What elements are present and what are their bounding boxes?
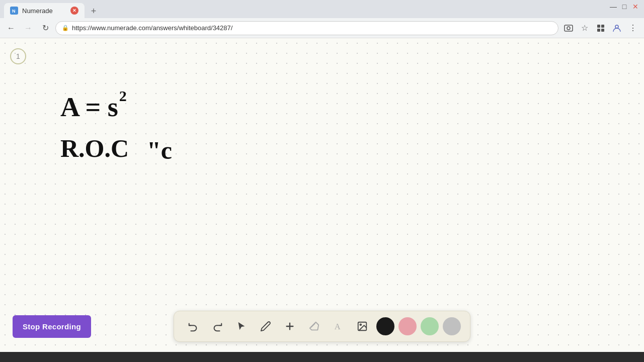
formula-line-2: R.O.C "c xyxy=(60,136,172,165)
back-button[interactable]: ← xyxy=(4,21,18,35)
lock-icon: 🔒 xyxy=(62,25,69,31)
maximize-button[interactable]: □ xyxy=(620,2,629,11)
whiteboard-area[interactable]: 1 A = s 2 R.O.C "c Stop Recording xyxy=(0,38,644,352)
undo-icon xyxy=(188,321,199,332)
forward-button[interactable]: → xyxy=(21,21,35,35)
color-black-button[interactable] xyxy=(376,317,394,335)
svg-rect-6 xyxy=(597,29,600,32)
new-tab-button[interactable]: + xyxy=(87,4,101,18)
color-pink-button[interactable] xyxy=(398,317,417,335)
svg-rect-4 xyxy=(597,25,600,28)
svg-line-11 xyxy=(311,324,315,327)
add-button[interactable] xyxy=(279,315,301,337)
formula2-cont: "c xyxy=(147,136,172,165)
redo-button[interactable] xyxy=(206,315,228,337)
redo-icon xyxy=(212,321,223,332)
eraser-icon xyxy=(308,321,319,332)
nav-bar: ← → ↻ 🔒 https://www.numerade.com/answers… xyxy=(0,18,644,38)
tab-title: Numerade xyxy=(22,7,53,15)
screenshot-button[interactable] xyxy=(561,21,576,35)
math-content: A = s 2 R.O.C "c xyxy=(60,94,172,180)
image-button[interactable] xyxy=(351,315,373,337)
svg-text:A: A xyxy=(335,322,341,331)
color-green-button[interactable] xyxy=(421,317,439,335)
formula1-exponent: 2 xyxy=(119,88,127,104)
cursor-icon xyxy=(236,321,247,332)
stop-recording-button[interactable]: Stop Recording xyxy=(13,315,91,338)
url-text: https://www.numerade.com/answers/whitebo… xyxy=(72,24,232,32)
bookmark-button[interactable]: ☆ xyxy=(578,21,592,35)
nav-actions: ☆ ⋮ xyxy=(561,21,640,35)
svg-point-8 xyxy=(615,25,618,28)
tab-favicon: N xyxy=(10,7,18,15)
svg-point-3 xyxy=(567,27,570,30)
extensions-button[interactable] xyxy=(594,21,608,35)
reload-button[interactable]: ↻ xyxy=(38,21,52,35)
image-icon xyxy=(357,321,368,332)
active-tab[interactable]: N Numerade ✕ xyxy=(4,3,85,18)
plus-icon xyxy=(284,321,295,332)
close-button[interactable]: ✕ xyxy=(631,2,640,11)
text-icon: A xyxy=(333,321,344,332)
color-gray-button[interactable] xyxy=(443,317,461,335)
drawing-toolbar: A xyxy=(174,311,470,342)
undo-button[interactable] xyxy=(182,315,204,337)
select-tool-button[interactable] xyxy=(230,315,253,337)
browser-chrome: N Numerade ✕ + — □ ✕ ← → ↻ 🔒 https://www… xyxy=(0,0,644,38)
address-bar[interactable]: 🔒 https://www.numerade.com/answers/white… xyxy=(55,21,558,35)
formula-line-1: A = s 2 xyxy=(60,94,172,121)
pen-tool-button[interactable] xyxy=(255,315,277,337)
menu-button[interactable]: ⋮ xyxy=(626,21,640,35)
eraser-button[interactable] xyxy=(303,315,325,337)
formula2-text: R.O.C xyxy=(60,136,129,161)
tab-bar: N Numerade ✕ + — □ ✕ xyxy=(0,0,644,18)
pen-icon xyxy=(260,321,271,332)
svg-text:N: N xyxy=(12,9,16,14)
svg-point-14 xyxy=(360,324,361,325)
page-indicator: 1 xyxy=(10,48,26,64)
svg-rect-2 xyxy=(565,25,573,31)
svg-rect-5 xyxy=(601,25,604,28)
formula1-text: A = s xyxy=(60,94,118,121)
text-tool-button[interactable]: A xyxy=(327,315,349,337)
minimize-button[interactable]: — xyxy=(609,2,618,11)
svg-rect-7 xyxy=(601,29,604,32)
profile-button[interactable] xyxy=(610,21,624,35)
tab-close-button[interactable]: ✕ xyxy=(70,7,78,15)
